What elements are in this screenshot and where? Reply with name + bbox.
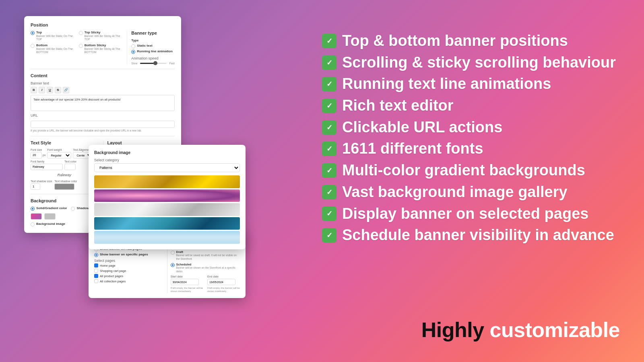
vis-draft-desc: Banner will be saved as draft. It will n… xyxy=(176,254,240,261)
feature-3: ✓ Running text line animations xyxy=(322,75,620,93)
check-cart-label: Shopping cart page xyxy=(100,269,126,273)
checkmark-9: ✓ xyxy=(326,210,332,217)
radio-static[interactable]: Static text xyxy=(131,44,175,48)
feature-7: ✓ Multi-color gradient backgrounds xyxy=(322,162,620,179)
position-col-left: Top Banner Will Be Static On The TOP Bot… xyxy=(31,31,74,65)
check-home[interactable]: Home page xyxy=(94,263,164,267)
category-select[interactable]: Patterns Nature Abstract xyxy=(94,163,240,172)
url-hint: If you provide a URL, the banner will be… xyxy=(31,129,175,132)
check-icon-4: ✓ xyxy=(322,99,336,113)
radio-running-label: Running line animation xyxy=(137,49,172,53)
radio-solid-label: Solid/Gradient color xyxy=(36,206,67,210)
shadow-color-swatch[interactable] xyxy=(54,183,74,190)
banner-type-col: Banner type Type Static text Running lin… xyxy=(127,31,175,65)
font-size-input-row: px xyxy=(31,152,45,158)
check-collections[interactable]: All collection pages xyxy=(94,279,164,283)
checkmark-3: ✓ xyxy=(326,80,332,88)
text-style-block: Text Style Font size px Font weight Regu… xyxy=(31,140,98,190)
vis-radio-draft[interactable]: Draft Banner will be saved as draft. It … xyxy=(171,250,240,261)
checkbox-cart xyxy=(94,269,98,273)
check-cart[interactable]: Shopping cart page xyxy=(94,269,164,273)
img-strip-blue[interactable] xyxy=(94,217,240,230)
radio-dot-top-sticky xyxy=(79,31,83,35)
img-strip-cloud[interactable] xyxy=(94,231,240,244)
feature-2: ✓ Scrolling & sticky scrolling behaviour xyxy=(322,54,620,72)
shadow-color-label: Text shadow color xyxy=(54,180,77,183)
radio-top-sticky-content: Top Sticky Banner Will Be Sticky At The … xyxy=(85,31,122,41)
radio-top-sticky-desc: Banner Will Be Sticky At The TOP xyxy=(85,35,122,41)
text-color-label: Text color xyxy=(64,160,76,163)
url-label: URL xyxy=(31,113,175,117)
shadow-size-group: Text shadow size xyxy=(31,180,52,190)
url-input[interactable] xyxy=(31,121,175,128)
position-title: Position xyxy=(31,23,175,27)
font-family-input[interactable] xyxy=(31,164,63,170)
bg-panel-title: Background image xyxy=(94,150,240,155)
editor-toolbar: B I U S 🔗 xyxy=(31,87,175,93)
radio-top[interactable]: Top Banner Will Be Static On The TOP xyxy=(31,31,74,41)
font-size-input[interactable] xyxy=(31,152,42,158)
img-strip-gold[interactable] xyxy=(94,175,240,188)
toolbar-link[interactable]: 🔗 xyxy=(63,87,69,93)
type-label: Type xyxy=(131,39,175,43)
content-section: Content Banner text B I U S 🔗 Take advan… xyxy=(31,73,175,132)
text-color-swatch[interactable] xyxy=(64,164,76,170)
panel-bg-image: Background image Select category Pattern… xyxy=(89,145,246,249)
feature-1: ✓ Top & bottom banner positions xyxy=(322,32,620,50)
radio-bottom-content: Bottom Banner Will Be Static On The BOTT… xyxy=(36,43,74,54)
check-icon-9: ✓ xyxy=(322,206,336,221)
radio-top-sticky-label: Top Sticky xyxy=(85,31,122,35)
radio-dot-shadow xyxy=(71,207,75,211)
radio-bottom-label: Bottom xyxy=(36,43,74,47)
shadow-color-swatch-2[interactable] xyxy=(44,213,56,220)
checkbox-home xyxy=(94,263,98,267)
date-row: Start date If left empty, the banner wil… xyxy=(171,275,240,293)
check-products[interactable]: All product pages xyxy=(94,274,164,278)
img-strip-pink[interactable] xyxy=(94,189,240,202)
radio-top-sticky[interactable]: Top Sticky Banner Will Be Sticky At The … xyxy=(79,31,122,41)
font-family-group: Font family xyxy=(31,160,63,170)
vis-draft-content: Draft Banner will be saved as draft. It … xyxy=(176,250,240,261)
shadow-size-input[interactable] xyxy=(31,183,40,190)
feature-text-10: Schedule banner visibility in advance xyxy=(342,226,614,244)
tagline-text: Highly customizable xyxy=(421,318,620,342)
check-icon-1: ✓ xyxy=(322,34,336,48)
checkmark-8: ✓ xyxy=(326,189,332,196)
feature-text-9: Display banner on selected pages xyxy=(342,205,588,223)
end-date-input[interactable] xyxy=(207,279,235,285)
start-date-input[interactable] xyxy=(171,279,199,285)
img-strip-marble[interactable] xyxy=(94,203,240,216)
vis-radio-scheduled[interactable]: Scheduled Banner will be shown on the St… xyxy=(171,263,240,273)
select-pages-label: Select pages xyxy=(94,259,164,263)
start-date-group: Start date If left empty, the banner wil… xyxy=(171,275,204,293)
check-icon-3: ✓ xyxy=(322,77,336,91)
radio-static-label: Static text xyxy=(137,44,152,48)
toolbar-underline[interactable]: U xyxy=(47,87,53,93)
radio-dot-specific xyxy=(94,253,98,257)
radio-running[interactable]: Running line animation xyxy=(131,49,175,54)
gradient-color-swatch[interactable] xyxy=(31,213,42,220)
font-size-group: Font size px xyxy=(31,148,45,158)
radio-specific-pages[interactable]: Show banner on specific pages xyxy=(94,253,164,257)
radio-bottom-sticky-label: Bottom Sticky xyxy=(85,43,122,47)
radio-solid-gradient[interactable]: Solid/Gradient color xyxy=(31,206,67,211)
editor-content[interactable]: Take advantage of our special 10% 20% di… xyxy=(31,95,175,111)
slider-row[interactable]: Slow Fast xyxy=(131,62,175,65)
toolbar-strikethrough[interactable]: S xyxy=(55,87,61,93)
radio-bottom-sticky-content: Bottom Sticky Banner Will Be Sticky At T… xyxy=(85,43,122,54)
toolbar-bold[interactable]: B xyxy=(31,87,37,93)
position-col-right: Top Sticky Banner Will Be Sticky At The … xyxy=(79,31,122,65)
tagline-part1: Highly xyxy=(421,318,490,341)
toolbar-italic[interactable]: I xyxy=(39,87,45,93)
check-collections-label: All collection pages xyxy=(100,280,126,283)
checkmark-10: ✓ xyxy=(326,232,332,239)
font-weight-select[interactable]: Regular Bold xyxy=(47,152,71,158)
radio-bottom[interactable]: Bottom Banner Will Be Static On The BOTT… xyxy=(31,43,74,54)
text-color-group: Text color xyxy=(64,160,76,170)
radio-dot-bg-image xyxy=(31,222,35,226)
radio-bottom-desc: Banner Will Be Static On The BOTTOM xyxy=(36,47,74,54)
radio-bottom-sticky[interactable]: Bottom Sticky Banner Will Be Sticky At T… xyxy=(79,43,122,54)
feature-text-5: Clickable URL actions xyxy=(342,119,502,136)
check-icon-2: ✓ xyxy=(322,56,336,70)
radio-bottom-sticky-desc: Banner Will Be Sticky At The BOTTOM xyxy=(85,47,122,54)
